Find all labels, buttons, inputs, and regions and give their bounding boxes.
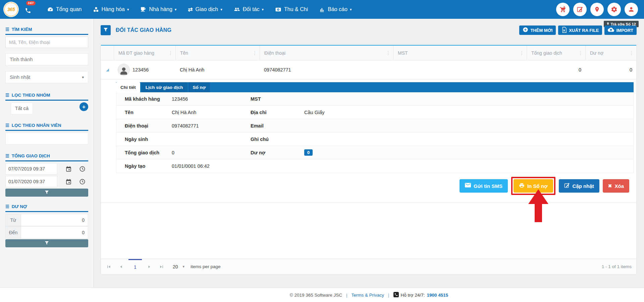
column-header-name[interactable]: Tên ⋮ — [175, 46, 260, 60]
tab-so-no[interactable]: Sổ nợ — [189, 82, 210, 92]
delete-button[interactable]: ✖ Xóa — [603, 179, 629, 193]
next-page-button[interactable] — [145, 262, 154, 271]
column-label: Mã ĐT giao hàng — [118, 50, 154, 56]
edit-icon[interactable] — [573, 3, 587, 16]
group-all-button[interactable]: Tất cả — [11, 102, 33, 114]
hotline-number[interactable]: 1900 4515 — [427, 293, 448, 298]
calendar-icon[interactable] — [65, 166, 72, 172]
chevron-down-icon: ▾ — [220, 7, 222, 12]
list-icon: ☰ — [5, 204, 9, 209]
search-keyword-input[interactable] — [5, 37, 88, 48]
terms-link[interactable]: Terms & Privacy — [352, 293, 384, 298]
date-to-row — [5, 176, 88, 187]
users-icon — [234, 6, 240, 13]
send-sms-label: Gửi tin SMS — [474, 183, 502, 189]
section-title: LỌC THEO NHÓM — [12, 93, 50, 98]
gear-icon[interactable] — [607, 3, 621, 16]
debt-from-input[interactable] — [21, 214, 88, 226]
birthday-select[interactable]: Sinh nhật ▾ — [5, 71, 88, 83]
menu-item-giao-dich[interactable]: ⇄ Giao dịch ▾ — [182, 0, 228, 19]
column-header-phone[interactable]: Điện thoại ⋮ — [260, 46, 393, 60]
field-value: 0974082771 — [172, 123, 251, 129]
send-sms-button[interactable]: Gửi tin SMS — [460, 179, 508, 193]
clock-icon[interactable] — [79, 179, 86, 185]
section-title: DƯ NỢ — [12, 204, 27, 209]
menu-item-nha-hang[interactable]: Nhà hàng ▾ — [135, 0, 182, 19]
add-new-button[interactable]: THÊM MỚI — [519, 26, 556, 35]
date-to-input[interactable] — [5, 176, 57, 187]
user-icon[interactable] — [625, 3, 638, 16]
column-menu-icon[interactable]: ⋮ — [252, 50, 257, 56]
tab-chi-tiet[interactable]: Chi tiết — [116, 82, 140, 92]
birthday-select-value: Sinh nhật — [10, 74, 30, 80]
field-label: Ngày tạo — [125, 163, 172, 169]
cart-plus-icon[interactable] — [556, 3, 570, 16]
column-header-mst[interactable]: MST ⋮ — [393, 46, 527, 60]
prev-page-button[interactable] — [116, 262, 126, 271]
main-content: Trà sữa Số 12 ĐỐI TÁC GIAO HÀNG THÊM MỚI… — [94, 19, 644, 288]
column-menu-icon[interactable]: ⋮ — [519, 50, 524, 56]
detail-row-4: Ngày sinh Ghi chú — [116, 133, 633, 146]
city-input[interactable] — [5, 53, 88, 65]
current-page[interactable]: 1 — [128, 259, 142, 274]
row-code: 123456 — [132, 67, 149, 72]
map-pin-icon[interactable] — [590, 3, 604, 16]
menu-item-bao-cao[interactable]: Báo cáo ▾ — [314, 0, 357, 19]
pager: 1 20 ▾ items per page 1 - 1 of 1 items — [101, 259, 636, 274]
bar-chart-icon — [319, 7, 325, 12]
grid-panel: Mã ĐT giao hàng ⋮ Tên ⋮ Điện thoại ⋮ MST… — [101, 45, 637, 274]
export-file-button[interactable]: XUẤT RA FILE — [558, 26, 602, 35]
separator: | — [388, 293, 389, 298]
delete-label: Xóa — [614, 183, 624, 189]
import-button[interactable]: IMPORT — [604, 26, 637, 35]
column-header-debt[interactable]: Dư nợ ⋮ — [585, 46, 636, 60]
staff-filter-input[interactable] — [5, 133, 88, 145]
column-menu-icon[interactable]: ⋮ — [578, 50, 583, 56]
menu-item-thu-chi[interactable]: Thu & Chi — [269, 0, 314, 19]
column-label: Dư nợ — [590, 50, 603, 56]
list-icon: ☰ — [5, 27, 9, 32]
hotline-button[interactable]: 24/7 — [24, 0, 34, 19]
column-menu-icon[interactable]: ⋮ — [168, 50, 173, 56]
hotline-badge: 24/7 — [26, 1, 36, 5]
avatar — [118, 64, 130, 76]
add-group-button[interactable]: + — [79, 102, 88, 111]
menu-item-hang-hoa[interactable]: Hàng hóa ▾ — [88, 0, 135, 19]
menu-item-doi-tac[interactable]: Đối tác ▾ — [228, 0, 269, 19]
list-icon: ☰ — [5, 93, 9, 97]
field-label: Ngày sinh — [125, 137, 172, 142]
top-nav: 365 24/7 Tổng quan Hàng hóa ▾ Nhà hàng ▾ — [0, 0, 644, 19]
page-size-select[interactable]: 20 ▾ — [173, 259, 184, 274]
tab-lich-su-giao-dich[interactable]: Lịch sử giao dịch — [141, 82, 187, 92]
column-label: Tổng giao dịch — [531, 50, 562, 56]
date-from-input[interactable] — [5, 163, 57, 174]
update-button[interactable]: Cập nhật — [559, 179, 599, 193]
field-label: Email — [251, 123, 304, 129]
printer-icon — [519, 183, 525, 189]
clock-icon[interactable] — [79, 166, 86, 172]
plus-circle-icon — [523, 27, 528, 34]
list-icon: ☰ — [5, 123, 9, 128]
calendar-icon[interactable] — [65, 179, 72, 185]
export-file-label: XUẤT RA FILE — [569, 28, 599, 33]
transaction-filter-button[interactable] — [5, 189, 88, 197]
column-header-code[interactable]: Mã ĐT giao hàng ⋮ — [114, 46, 175, 60]
menu-item-tong-quan[interactable]: Tổng quan — [42, 0, 88, 19]
debt-filter-button[interactable] — [5, 239, 88, 247]
logo-365[interactable]: 365 — [3, 2, 19, 17]
collapse-icon — [106, 68, 109, 71]
column-menu-icon[interactable]: ⋮ — [386, 50, 391, 56]
excel-file-icon — [561, 27, 567, 34]
column-header-total[interactable]: Tổng giao dịch ⋮ — [527, 46, 585, 60]
coffee-cup-icon — [140, 6, 146, 12]
column-menu-icon[interactable]: ⋮ — [629, 50, 634, 56]
last-page-button[interactable] — [157, 262, 166, 271]
cloud-upload-icon — [608, 27, 614, 33]
print-debt-book-label: In Sổ nợ — [527, 183, 548, 189]
first-page-button[interactable] — [104, 262, 114, 271]
toggle-filter-button[interactable] — [101, 25, 111, 35]
table-row[interactable]: 123456 Chị Hà Anh 0974082771 0 0 — [101, 60, 636, 80]
debt-to-input[interactable] — [21, 226, 88, 239]
row-expand-toggle[interactable] — [101, 68, 114, 71]
dashboard-icon — [47, 6, 53, 12]
